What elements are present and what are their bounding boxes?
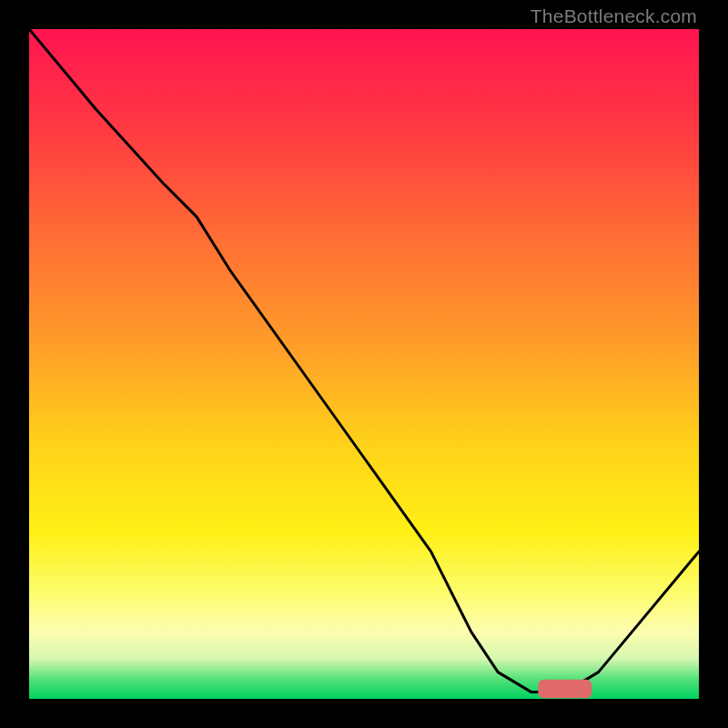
chart-svg [29, 29, 699, 699]
attribution-label: TheBottleneck.com [531, 5, 697, 27]
chart-stage: TheBottleneck.com [0, 0, 728, 728]
plot-area [29, 29, 699, 699]
optimum-marker [538, 680, 592, 699]
bottleneck-curve [29, 29, 699, 693]
